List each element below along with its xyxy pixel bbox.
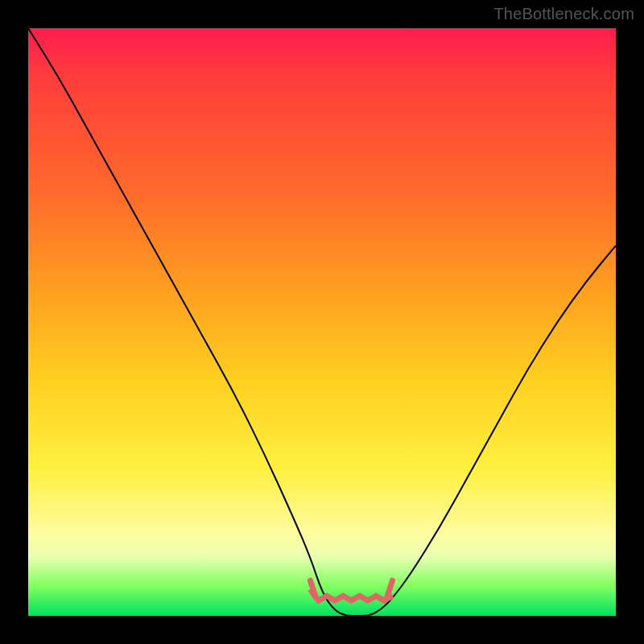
bottleneck-curve: [28, 28, 616, 616]
watermark-text: TheBottleneck.com: [493, 5, 634, 23]
chart-svg: [28, 28, 616, 616]
chart-frame: TheBottleneck.com: [0, 0, 644, 644]
plot-area: [28, 28, 616, 616]
